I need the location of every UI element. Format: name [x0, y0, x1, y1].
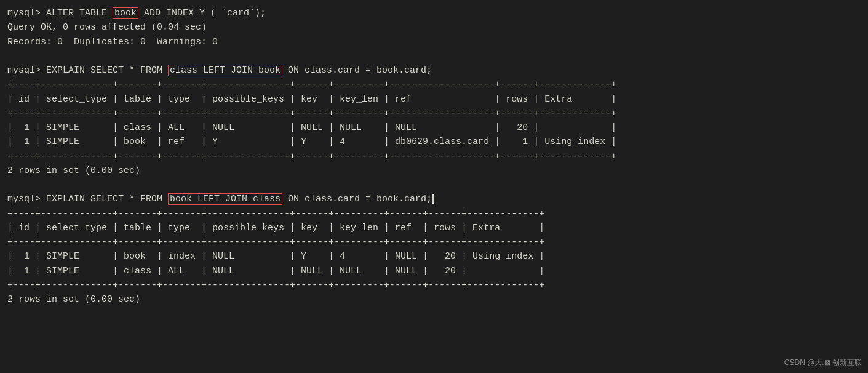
command-line-2: mysql> EXPLAIN SELECT * FROM class LEFT … [7, 63, 861, 78]
suffix-2: ON class.card = book.card; [282, 65, 432, 76]
output-query-ok: Query OK, 0 rows affected (0.04 sec) [7, 20, 861, 34]
text-cursor [432, 194, 434, 204]
table1-divider-mid: +----+-------------+-------+-------+----… [7, 106, 861, 121]
output-records: Records: 0 Duplicates: 0 Warnings: 0 [7, 35, 861, 49]
command-line-3: mysql> EXPLAIN SELECT * FROM book LEFT J… [7, 192, 861, 206]
highlight-book-join-class: book LEFT JOIN class [168, 193, 282, 205]
highlight-book-1: book [113, 7, 138, 19]
output-rows-1: 2 rows in set (0.00 sec) [7, 164, 861, 178]
table1-header: | id | select_type | table | type | poss… [7, 92, 861, 106]
table1-row-1: | 1 | SIMPLE | class | ALL | NULL | NULL… [7, 121, 861, 135]
prompt-1: mysql> ALTER TABLE [7, 8, 113, 18]
blank-2 [7, 178, 861, 192]
watermark: CSDN @大:⊠ 创新互联 [784, 358, 862, 368]
table1-row-2: | 1 | SIMPLE | book | ref | Y | Y | 4 | … [7, 135, 861, 149]
terminal-window: mysql> ALTER TABLE book ADD INDEX Y ( `c… [7, 6, 861, 307]
suffix-1: ADD INDEX Y ( `card`); [138, 8, 266, 18]
output-rows-2: 2 rows in set (0.00 sec) [7, 292, 861, 307]
prompt-3: mysql> EXPLAIN SELECT * FROM [7, 194, 168, 204]
suffix-3: ON class.card = book.card; [282, 194, 432, 204]
table2-header: | id | select_type | table | type | poss… [7, 221, 861, 235]
table1-divider-top: +----+-------------+-------+-------+----… [7, 78, 861, 92]
command-line-1: mysql> ALTER TABLE book ADD INDEX Y ( `c… [7, 6, 861, 20]
table1-divider-bot: +----+-------------+-------+-------+----… [7, 150, 861, 164]
highlight-class-join-book: class LEFT JOIN book [168, 65, 282, 76]
table2-divider-bot: +----+-------------+-------+-------+----… [7, 278, 861, 292]
table2-divider-mid: +----+-------------+-------+-------+----… [7, 235, 861, 249]
prompt-2: mysql> EXPLAIN SELECT * FROM [7, 65, 168, 76]
blank-1 [7, 49, 861, 63]
table2-divider-top: +----+-------------+-------+-------+----… [7, 207, 861, 221]
table2-row-2: | 1 | SIMPLE | class | ALL | NULL | NULL… [7, 264, 861, 278]
table2-row-1: | 1 | SIMPLE | book | index | NULL | Y |… [7, 249, 861, 263]
